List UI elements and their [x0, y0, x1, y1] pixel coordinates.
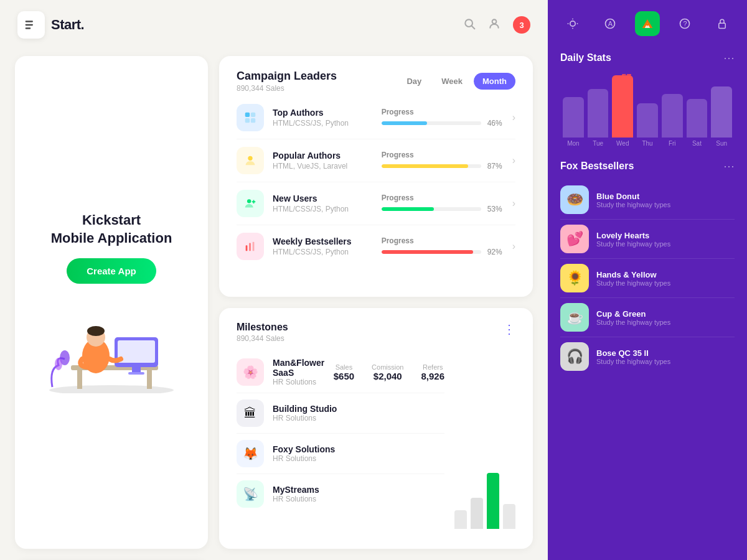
campaign-row: Top Authors HTML/CSS/JS, Python Progress…	[237, 96, 515, 139]
sidebar-top-icons: A ?	[548, 0, 747, 45]
top-authors-info: Top Authors HTML/CSS/JS, Python	[273, 108, 382, 128]
row-arrow-icon[interactable]: ›	[512, 241, 515, 252]
svg-line-4	[472, 26, 475, 29]
svg-rect-22	[251, 118, 255, 123]
campaign-title: Campaign Leaders	[237, 70, 337, 83]
row-arrow-icon[interactable]: ›	[512, 112, 515, 123]
new-users-icon	[237, 190, 264, 217]
ms-foxy-icon: 🦊	[237, 440, 264, 467]
chart-bar	[454, 510, 467, 529]
chart-bar-tue: Tue	[588, 89, 609, 147]
daily-stats-section: Daily Stats ⋯ 57 Mon Tue Wed	[560, 51, 735, 147]
daily-stats-menu[interactable]: ⋯	[723, 51, 735, 65]
campaign-rows: Top Authors HTML/CSS/JS, Python Progress…	[237, 96, 515, 268]
sidebar-icon-help[interactable]: ?	[672, 11, 697, 36]
fox-bestsellers-section: Fox Bestsellers ⋯ 🍩 Blue Donut Study the…	[560, 159, 735, 376]
header-actions: 3	[463, 16, 530, 34]
svg-rect-19	[245, 113, 250, 117]
kickstart-title: KickstartMobile Application	[51, 212, 172, 247]
app-title: Start.	[51, 17, 84, 33]
popular-authors-info: Popular Authors HTML, VueJS, Laravel	[273, 151, 382, 170]
campaign-row: New Users HTML/CSS/JS, Python Progress 5…	[237, 182, 515, 225]
fox-bestsellers-menu[interactable]: ⋯	[723, 159, 735, 173]
header: Start. 3	[0, 0, 548, 50]
content-grid: KickstartMobile Application Create App	[0, 50, 548, 560]
kickstart-illustration	[40, 300, 183, 393]
sidebar-icon-lock[interactable]	[710, 11, 735, 36]
progress-fill	[382, 250, 473, 254]
chart-bar	[503, 504, 515, 529]
ms-mystreams-icon: 📡	[237, 480, 264, 508]
tab-week[interactable]: Week	[433, 73, 471, 90]
progress-bar	[382, 250, 481, 254]
milestones-rows: 🌸 Man&Flower SaaS HR Solutions Sales $65…	[237, 352, 444, 535]
svg-rect-29	[253, 242, 255, 251]
weekly-bestsellers-icon	[237, 233, 264, 260]
progress-fill	[382, 207, 435, 211]
progress-section: Progress 46%	[382, 108, 506, 128]
bestseller-item[interactable]: 🎧 Bose QC 35 II Study the highway types	[560, 337, 735, 376]
popular-authors-icon	[237, 147, 264, 174]
milestone-row: 📡 MyStreams HR Solutions	[237, 474, 444, 514]
bar-chart: Mon Tue Wed Thu	[560, 72, 735, 147]
campaign-row: Weekly Bestsellers HTML/CSS/JS, Python P…	[237, 225, 515, 268]
logo-area: Start.	[17, 11, 84, 39]
milestone-row: 🦊 Foxy Solutions HR Solutions	[237, 434, 444, 474]
chart-bar-wed: Wed	[612, 75, 633, 147]
daily-stats-header: Daily Stats ⋯	[560, 51, 735, 65]
row-arrow-icon[interactable]: ›	[512, 155, 515, 166]
row-arrow-icon[interactable]: ›	[512, 198, 515, 209]
ms-stats: Sales $650 Comission $2,040 Refers 8,926	[334, 363, 444, 381]
create-app-button[interactable]: Create App	[67, 258, 156, 284]
notification-badge[interactable]: 3	[513, 16, 530, 34]
svg-text:?: ?	[684, 20, 687, 27]
bestseller-item[interactable]: 🍩 Blue Donut Study the highway types	[560, 180, 735, 220]
milestone-row: 🌸 Man&Flower SaaS HR Solutions Sales $65…	[237, 352, 444, 393]
bestseller-item[interactable]: ☕ Cup & Green Study the highway types	[560, 298, 735, 337]
chart-bar-thu: Thu	[637, 103, 658, 147]
bs-hands-yellow-img: 🌻	[560, 264, 589, 292]
svg-point-16	[87, 326, 105, 336]
svg-rect-11	[118, 340, 155, 363]
tab-group: Day Week Month	[398, 73, 515, 90]
search-icon[interactable]	[463, 17, 476, 33]
svg-text:A: A	[608, 20, 613, 27]
sidebar-icon-a[interactable]: A	[598, 11, 622, 36]
milestones-subtitle: 890,344 Sales	[237, 334, 288, 343]
bestsellers-list: 🍩 Blue Donut Study the highway types 💕 L…	[560, 180, 735, 376]
milestones-menu-icon[interactable]: ⋮	[503, 322, 515, 337]
svg-point-5	[492, 19, 497, 24]
progress-fill	[382, 164, 468, 168]
user-icon[interactable]	[488, 17, 500, 33]
svg-rect-27	[246, 245, 248, 251]
tab-day[interactable]: Day	[398, 73, 430, 90]
tab-month[interactable]: Month	[474, 73, 515, 90]
bestseller-item[interactable]: 💕 Lovely Hearts Study the highway types	[560, 220, 735, 259]
sidebar-icon-fox[interactable]	[635, 11, 660, 36]
bestseller-item[interactable]: 🌻 Hands & Yellow Study the highway types	[560, 259, 735, 298]
kickstart-card: KickstartMobile Application Create App	[15, 56, 208, 549]
progress-section: Progress 92%	[382, 236, 506, 256]
progress-bar	[382, 207, 481, 211]
svg-point-38	[646, 23, 649, 26]
fox-bestsellers-header: Fox Bestsellers ⋯	[560, 159, 735, 173]
svg-rect-28	[249, 243, 251, 251]
svg-rect-9	[147, 370, 152, 389]
progress-section: Progress 87%	[382, 151, 506, 170]
svg-rect-21	[245, 118, 250, 123]
sidebar-icon-bulb[interactable]	[560, 11, 585, 36]
svg-rect-13	[128, 372, 144, 375]
milestones-title: Milestones	[237, 322, 288, 333]
svg-rect-20	[251, 113, 255, 117]
logo-icon	[17, 11, 45, 39]
chart-bar-highlight	[487, 473, 499, 529]
ms-flower-icon: 🌸	[237, 358, 264, 386]
daily-stats-title: Daily Stats	[560, 52, 611, 63]
progress-bar	[382, 121, 481, 125]
svg-point-6	[49, 385, 174, 393]
bs-bose-img: 🎧	[560, 342, 589, 371]
sidebar-content: Daily Stats ⋯ 57 Mon Tue Wed	[548, 45, 747, 560]
chart-bar	[471, 498, 483, 529]
svg-rect-41	[719, 23, 726, 28]
chart-bar-sun: Sun	[711, 86, 732, 147]
